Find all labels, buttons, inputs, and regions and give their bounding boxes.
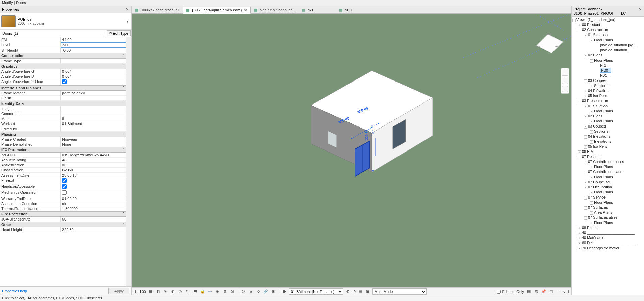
dimension-d[interactable]: 115,50 bbox=[370, 125, 374, 136]
tree-node[interactable]: −02 Plans bbox=[572, 114, 644, 119]
tree-node[interactable]: +00 Existant bbox=[572, 22, 644, 27]
property-value[interactable] bbox=[61, 190, 126, 196]
property-value[interactable]: -0,50 bbox=[61, 48, 126, 53]
drag-icon[interactable]: ↔ bbox=[556, 289, 561, 294]
sun-path-icon[interactable]: ☀ bbox=[163, 289, 168, 294]
expand-icon[interactable]: − bbox=[584, 171, 587, 174]
tree-node[interactable]: −03 Présentation bbox=[572, 98, 644, 103]
expand-icon[interactable]: − bbox=[584, 161, 587, 164]
property-row[interactable]: Finish bbox=[0, 96, 126, 101]
tree-node[interactable]: −07 Surfaces utiles bbox=[572, 215, 644, 220]
expand-icon[interactable]: + bbox=[584, 90, 587, 93]
property-checkbox[interactable] bbox=[62, 79, 67, 84]
excluded-icon[interactable]: ▤ bbox=[358, 289, 363, 294]
reveal-hidden-icon[interactable]: ⬙ bbox=[256, 289, 261, 294]
tree-node[interactable]: +Floor Plans bbox=[572, 190, 644, 195]
property-row[interactable]: Angle d'ouverture D0,00° bbox=[0, 74, 126, 79]
property-value[interactable] bbox=[61, 184, 126, 190]
property-value[interactable] bbox=[61, 111, 126, 116]
worksets-icon[interactable]: ⧉ bbox=[222, 289, 228, 294]
tree-node[interactable]: −03 Coupes bbox=[572, 78, 644, 83]
property-group[interactable]: IFC Parameters⌃ bbox=[0, 147, 126, 153]
visual-style-icon[interactable]: ◧ bbox=[155, 289, 161, 294]
expand-icon[interactable]: − bbox=[584, 54, 587, 57]
expand-icon[interactable]: + bbox=[584, 95, 587, 98]
tree-node[interactable]: +Sections bbox=[572, 83, 644, 88]
expand-icon[interactable]: − bbox=[584, 34, 587, 37]
tree-node[interactable]: plan de situation jpg_ bbox=[572, 43, 644, 48]
property-row[interactable]: LevelN00 bbox=[0, 42, 126, 48]
property-value[interactable]: 0s$_le3gz7xBklWG2b34WU bbox=[61, 153, 126, 157]
tree-node[interactable]: −03 Coupes bbox=[572, 124, 644, 129]
nav-zoom-icon[interactable] bbox=[562, 86, 568, 92]
property-checkbox[interactable] bbox=[62, 178, 67, 183]
tree-node[interactable]: −02 Construction bbox=[572, 27, 644, 32]
expand-icon[interactable]: + bbox=[578, 150, 581, 154]
close-icon[interactable]: ✕ bbox=[125, 7, 129, 12]
shadows-icon[interactable]: ◐ bbox=[170, 289, 176, 294]
temp-hide-icon[interactable]: 👓 bbox=[207, 289, 213, 294]
property-value[interactable]: N00 bbox=[61, 42, 126, 48]
property-row[interactable]: Frame Type bbox=[0, 59, 126, 64]
tree-node[interactable]: −04 Elévations bbox=[572, 134, 644, 139]
design-option-dropdown[interactable]: Main Model bbox=[372, 288, 427, 295]
expand-icon[interactable]: + bbox=[578, 227, 581, 230]
tree-node[interactable]: +05 Iso-Pers bbox=[572, 144, 644, 149]
expand-icon[interactable]: + bbox=[590, 176, 593, 179]
expand-icon[interactable]: + bbox=[590, 166, 593, 169]
tree-node[interactable]: +Floor Plans bbox=[572, 109, 644, 114]
property-row[interactable]: AcousticRating48 bbox=[0, 158, 126, 163]
tree-node[interactable]: +Floor Plans bbox=[572, 220, 644, 225]
property-value[interactable]: 229,50 bbox=[61, 227, 126, 232]
close-icon[interactable]: ✕ bbox=[244, 8, 247, 12]
expand-icon[interactable]: + bbox=[590, 222, 593, 225]
property-value[interactable] bbox=[61, 106, 126, 111]
expand-icon[interactable]: − bbox=[578, 29, 581, 32]
edit-type-button[interactable]: ⧉ Edit Type bbox=[107, 30, 131, 36]
tree-node[interactable]: −07 Résultat bbox=[572, 154, 644, 159]
tree-node[interactable]: −01 Situation bbox=[572, 32, 644, 38]
expand-icon[interactable]: + bbox=[584, 145, 587, 149]
crop-icon[interactable]: ⬚ bbox=[185, 289, 190, 294]
property-value[interactable]: porte acier 2V bbox=[61, 91, 126, 95]
property-value[interactable] bbox=[61, 178, 126, 184]
view-cube[interactable]: TOP FRONT LEFT bbox=[537, 31, 563, 58]
expand-icon[interactable]: + bbox=[590, 110, 593, 113]
tree-node[interactable]: −07 Occupation bbox=[572, 185, 644, 190]
property-row[interactable]: WarrantyEndDate01.09.20 bbox=[0, 196, 126, 201]
property-value[interactable] bbox=[61, 126, 126, 131]
tree-node[interactable]: N00_ bbox=[572, 68, 644, 73]
expand-icon[interactable]: − bbox=[584, 105, 587, 108]
expand-icon[interactable]: + bbox=[590, 130, 593, 134]
tree-node[interactable]: +40 Matériaux bbox=[572, 235, 644, 240]
properties-help-link[interactable]: Properties help bbox=[2, 289, 27, 293]
property-row[interactable]: Anti-effractionoui bbox=[0, 163, 126, 168]
property-group[interactable]: Phasing⌃ bbox=[0, 132, 126, 137]
view-tab[interactable]: ▦N-1_ bbox=[299, 7, 336, 13]
property-row[interactable]: Angle d'ouverture 2D fixé bbox=[0, 79, 126, 85]
dimension-c[interactable]: 229,50 bbox=[365, 130, 369, 140]
render-icon[interactable]: ◎ bbox=[178, 289, 183, 294]
category-selector[interactable]: Doors (1) ▾ bbox=[1, 31, 105, 36]
expand-icon[interactable]: + bbox=[578, 24, 581, 27]
view-tab[interactable]: ▦N00_ bbox=[336, 7, 373, 13]
close-icon[interactable]: ✕ bbox=[638, 7, 642, 12]
property-group[interactable]: Construction⌃ bbox=[0, 53, 126, 59]
tree-node[interactable]: +05 Iso-Pers bbox=[572, 93, 644, 98]
expand-icon[interactable]: + bbox=[584, 181, 587, 184]
filter-icon[interactable]: ⛛:1 bbox=[563, 289, 569, 294]
tree-node[interactable]: −02 Plans bbox=[572, 53, 644, 58]
expand-icon[interactable]: − bbox=[584, 186, 587, 189]
highlight-icon[interactable]: ◈ bbox=[248, 289, 254, 294]
select-pinned-icon[interactable]: 📌 bbox=[541, 289, 546, 294]
property-value[interactable] bbox=[61, 79, 126, 85]
tree-node[interactable]: −07 Surfaces bbox=[572, 205, 644, 210]
editable-only-label[interactable]: Editable Only bbox=[497, 290, 524, 294]
select-face-icon[interactable]: ◫ bbox=[548, 289, 554, 294]
property-row[interactable]: Phase DemolishedNone bbox=[0, 142, 126, 147]
tree-node[interactable]: −Views (1_standard_jca) bbox=[572, 17, 644, 22]
tree-node[interactable]: +07 Coupe_feu bbox=[572, 180, 644, 185]
editable-only-checkbox[interactable] bbox=[497, 290, 501, 294]
expand-icon[interactable]: + bbox=[578, 242, 581, 245]
property-checkbox[interactable] bbox=[62, 184, 67, 189]
